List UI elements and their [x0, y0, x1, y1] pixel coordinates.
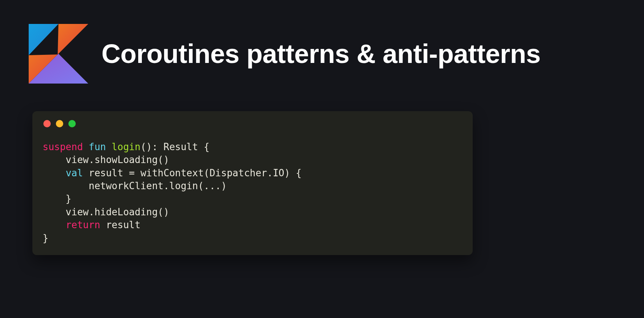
fn-name: login — [112, 141, 140, 152]
window-traffic-lights — [43, 120, 462, 127]
svg-marker-0 — [29, 24, 58, 55]
code-line: result = withContext(Dispatcher.IO) { — [83, 167, 302, 179]
close-icon — [43, 120, 51, 127]
header: Coroutines patterns & anti-patterns — [0, 0, 644, 85]
code-line: networkClient.login(...) — [43, 180, 227, 191]
kotlin-logo-icon — [29, 23, 88, 85]
code-panel: suspend fun login(): Result { view.showL… — [32, 111, 473, 255]
page-title: Coroutines patterns & anti-patterns — [101, 39, 541, 69]
code-line: view.hideLoading() — [43, 206, 169, 218]
code-line: view.showLoading() — [43, 154, 169, 165]
kw-suspend: suspend — [43, 141, 83, 152]
code-block: suspend fun login(): Result { view.showL… — [43, 141, 462, 245]
code-line: } — [43, 233, 49, 244]
kw-return: return — [66, 219, 100, 230]
code-line: result — [100, 219, 141, 230]
code-line: } — [43, 193, 71, 204]
sig-rest: (): Result { — [140, 141, 210, 152]
kw-val: val — [66, 167, 83, 179]
minimize-icon — [56, 120, 63, 127]
kw-fun: fun — [89, 141, 106, 152]
zoom-icon — [68, 120, 76, 127]
